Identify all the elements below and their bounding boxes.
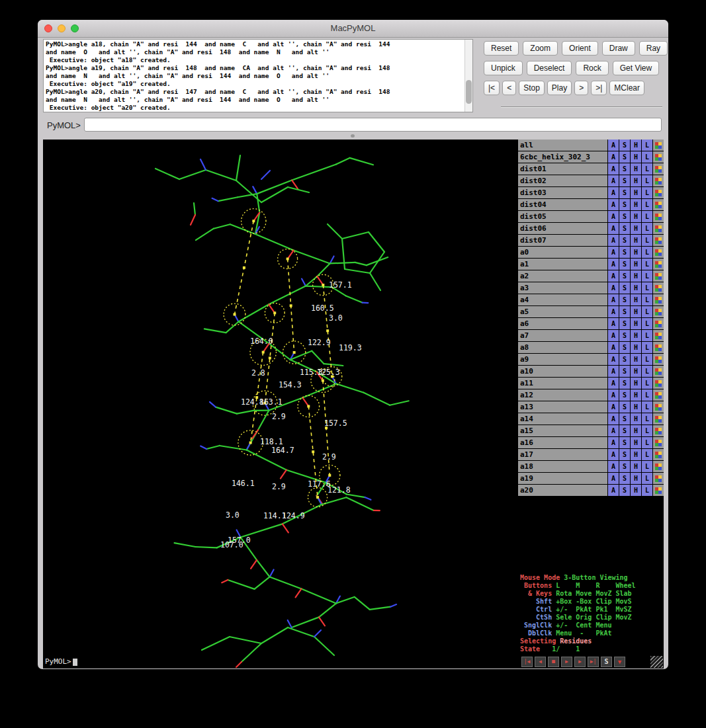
object-h-button[interactable]: H [631,342,641,353]
object-a-button[interactable]: A [608,235,619,246]
viewer-canvas[interactable]: 157.1160.53.0164.0122.9119.32.8115.3125.… [43,140,518,668]
object-h-button[interactable]: H [631,140,641,151]
movie-prev-button[interactable]: < [502,81,516,95]
object-s-button[interactable]: S [619,282,630,294]
mclear-button[interactable]: MClear [609,81,644,95]
object-name[interactable]: a8 [518,342,607,353]
object-l-button[interactable]: L [642,461,652,472]
object-a-button[interactable]: A [608,413,619,425]
object-c-button[interactable] [653,330,664,341]
object-s-button[interactable]: S [619,389,630,401]
object-s-button[interactable]: S [619,175,630,186]
object-l-button[interactable]: L [642,151,652,163]
movie-stop-button[interactable]: ■ [548,657,559,667]
zoom-window-button[interactable] [71,24,79,32]
object-s-button[interactable]: S [619,294,630,305]
object-h-button[interactable]: H [631,235,641,246]
object-a-button[interactable]: A [608,366,619,377]
ray-button[interactable]: Ray [639,41,668,56]
object-s-button[interactable]: S [619,354,630,365]
object-c-button[interactable] [653,235,664,246]
object-s-button[interactable]: S [619,187,630,198]
object-l-button[interactable]: L [642,366,652,377]
object-name[interactable]: a11 [518,378,607,389]
object-h-button[interactable]: H [631,175,641,186]
object-name[interactable]: a18 [518,461,607,472]
object-name[interactable]: dist01 [518,163,607,175]
object-h-button[interactable]: H [631,306,641,317]
object-s-button[interactable]: S [619,378,630,389]
object-c-button[interactable] [653,473,664,484]
object-c-button[interactable] [653,306,664,317]
object-a-button[interactable]: A [608,401,619,413]
object-h-button[interactable]: H [631,294,641,305]
object-name[interactable]: dist04 [518,199,607,210]
object-l-button[interactable]: L [642,413,652,425]
object-h-button[interactable]: H [631,211,641,222]
object-s-button[interactable]: S [619,163,630,175]
object-c-button[interactable] [653,247,664,258]
object-l-button[interactable]: L [642,330,652,341]
object-a-button[interactable]: A [608,151,619,163]
object-s-button[interactable]: S [619,461,630,472]
object-c-button[interactable] [653,449,664,460]
object-a-button[interactable]: A [608,199,619,210]
minimize-button[interactable] [58,24,66,32]
object-l-button[interactable]: L [642,187,652,198]
object-name[interactable]: a7 [518,330,607,341]
object-a-button[interactable]: A [608,449,619,460]
object-h-button[interactable]: H [631,187,641,198]
object-c-button[interactable] [653,461,664,472]
object-name[interactable]: a4 [518,294,607,305]
object-a-button[interactable]: A [608,378,619,389]
object-l-button[interactable]: L [642,175,652,186]
object-name[interactable]: a10 [518,366,607,377]
object-c-button[interactable] [653,485,664,496]
object-c-button[interactable] [653,223,664,234]
object-a-button[interactable]: A [608,461,619,472]
object-a-button[interactable]: A [608,425,619,436]
object-a-button[interactable]: A [608,223,619,234]
object-c-button[interactable] [653,437,664,448]
object-h-button[interactable]: H [631,151,641,163]
object-c-button[interactable] [653,366,664,377]
console-scrollbar[interactable] [464,40,472,112]
object-name[interactable]: a3 [518,282,607,294]
object-a-button[interactable]: A [608,330,619,341]
object-h-button[interactable]: H [631,247,641,258]
object-s-button[interactable]: S [619,366,630,377]
object-s-button[interactable]: S [619,211,630,222]
object-name[interactable]: a17 [518,449,607,460]
object-c-button[interactable] [653,389,664,401]
close-button[interactable] [44,24,52,32]
object-l-button[interactable]: L [642,199,652,210]
object-l-button[interactable]: L [642,247,652,258]
panel-menu-button[interactable]: ▼ [614,657,625,667]
object-name[interactable]: dist05 [518,211,607,222]
object-name[interactable]: a16 [518,437,607,448]
object-c-button[interactable] [653,282,664,294]
movie-play-button[interactable]: Play [547,81,572,95]
object-h-button[interactable]: H [631,378,641,389]
object-name[interactable]: a0 [518,247,607,258]
movie-last-button[interactable]: >| [591,81,607,95]
object-h-button[interactable]: H [631,330,641,341]
object-h-button[interactable]: H [631,449,641,460]
object-h-button[interactable]: H [631,473,641,484]
movie-forward-button[interactable]: ▶ [574,657,586,667]
object-h-button[interactable]: H [631,461,641,472]
object-a-button[interactable]: A [608,270,619,282]
object-l-button[interactable]: L [642,318,652,329]
unpick-button[interactable]: Unpick [484,61,523,75]
object-s-button[interactable]: S [619,223,630,234]
splitter-handle[interactable] [351,134,355,138]
object-name[interactable]: a20 [518,485,607,496]
object-l-button[interactable]: L [642,437,652,448]
object-s-button[interactable]: S [619,199,630,210]
object-name[interactable]: a6 [518,318,607,329]
scene-button[interactable]: S [601,657,612,667]
movie-play-button[interactable]: ▶ [561,657,572,667]
console-scrollbar-thumb[interactable] [466,80,472,104]
reset-button[interactable]: Reset [484,41,519,56]
object-c-button[interactable] [653,354,664,365]
